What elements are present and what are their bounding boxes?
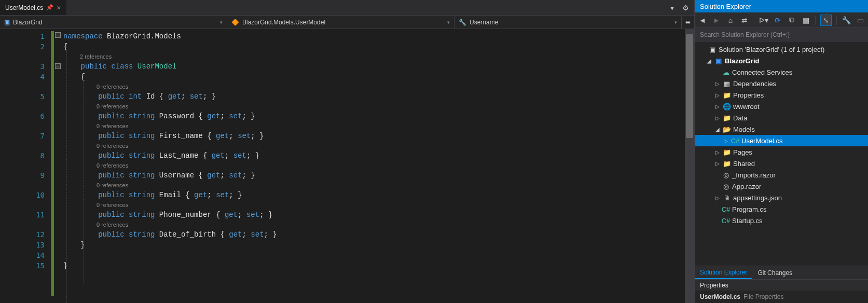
split-icon: ⬌ [685, 19, 691, 26]
nav-label: BlazorGrid.Models.UserModel [242, 19, 325, 26]
back-icon[interactable]: ◄ [698, 16, 707, 25]
tree-solution-node[interactable]: ▣Solution 'BlazorGrid' (1 of 1 project) [695, 44, 868, 55]
connected-services-icon: ☁ [722, 68, 730, 76]
sync-with-active-icon[interactable]: ⤡ [820, 15, 832, 26]
panel-footer-tabs: Solution Explorer Git Changes [695, 266, 868, 279]
csproj-icon: ▣ [4, 19, 10, 26]
chevron-right-icon[interactable]: ▷ [714, 115, 721, 121]
chevron-down-icon[interactable]: ▾ [667, 3, 677, 12]
tree-item[interactable]: ◎_Imports.razor [695, 169, 868, 181]
refresh-icon[interactable]: ⟳ [773, 16, 782, 25]
tree-item[interactable]: ▷📁Pages [695, 146, 868, 158]
gear-icon[interactable]: ⚙ [681, 3, 690, 12]
chevron-down-icon[interactable]: ▾ [674, 20, 677, 25]
switch-views-icon[interactable]: ⇄ [740, 16, 749, 25]
nav-scope-project[interactable]: ▣ BlazorGrid ▾ [0, 16, 227, 29]
tree-item[interactable]: C#Program.cs [695, 203, 868, 215]
properties-icon[interactable]: 🔧 [842, 16, 851, 25]
folder-icon: 📁 [723, 148, 731, 156]
folder-icon: 📂 [723, 126, 731, 133]
fold-toggle[interactable]: − [55, 32, 61, 38]
nav-scope-member[interactable]: 🔧 Username ▾ [454, 16, 682, 29]
codelens-references[interactable]: 0 references [63, 102, 685, 111]
chevron-right-icon[interactable]: ▷ [714, 81, 721, 87]
chevron-down-icon[interactable]: ▾ [447, 20, 450, 25]
show-all-files-icon[interactable]: ▤ [801, 16, 810, 25]
nav-label: Username [470, 19, 498, 26]
tree-item[interactable]: ◎App.razor [695, 181, 868, 192]
chevron-right-icon[interactable]: ▷ [714, 149, 721, 155]
tree-project-node[interactable]: ◢▣BlazorGrid [695, 55, 868, 66]
csharp-file-icon: C# [731, 137, 739, 145]
folder-icon: 📁 [723, 91, 731, 99]
codelens-references[interactable]: 2 references [63, 52, 685, 61]
chevron-right-icon[interactable]: ▷ [714, 92, 721, 98]
navigation-bar: ▣ BlazorGrid ▾ 🔶 BlazorGrid.Models.UserM… [0, 16, 694, 29]
chevron-right-icon[interactable]: ▷ [714, 195, 721, 201]
tree-item[interactable]: ▷▦Dependencies [695, 78, 868, 89]
class-icon: 🔶 [231, 19, 239, 26]
json-file-icon: 🗎 [723, 194, 731, 202]
tab-solution-explorer[interactable]: Solution Explorer [695, 266, 752, 279]
dependencies-icon: ▦ [723, 80, 731, 88]
chevron-right-icon[interactable]: ▷ [714, 161, 721, 167]
csproj-icon: ▣ [714, 57, 723, 65]
codelens-references[interactable]: 0 references [63, 181, 685, 190]
razor-file-icon: ◎ [722, 183, 730, 190]
solution-explorer-toolbar: ◄ ► ⌂ ⇄ ᐅ▾ ⟳ ⧉ ▤ ⤡ 🔧 ▭ [695, 12, 868, 28]
globe-icon: 🌐 [723, 103, 731, 111]
tab-usermodel[interactable]: UserModel.cs 📌 × [0, 0, 66, 15]
chevron-down-icon[interactable]: ◢ [706, 58, 712, 64]
preview-icon[interactable]: ▭ [856, 16, 865, 25]
wrench-icon: 🔧 [459, 19, 466, 26]
tree-item[interactable]: ▷📁Properties [695, 89, 868, 101]
tree-item[interactable]: ▷📁Shared [695, 158, 868, 169]
document-tab-bar: UserModel.cs 📌 × ▾ ⚙ [0, 0, 694, 16]
tab-git-changes[interactable]: Git Changes [752, 266, 797, 279]
tree-item-selected[interactable]: ▷C#UserModel.cs [695, 135, 868, 146]
csharp-file-icon: C# [722, 217, 730, 225]
panel-title: Solution Explorer [695, 0, 868, 12]
search-input[interactable]: Search Solution Explorer (Ctrl+;) [695, 28, 868, 42]
tree-item[interactable]: ▷🌐wwwroot [695, 101, 868, 112]
chevron-right-icon[interactable]: ▷ [714, 104, 721, 109]
codelens-references[interactable]: 0 references [63, 141, 685, 150]
codelens-references[interactable]: 0 references [63, 82, 685, 91]
nav-split-button[interactable]: ⬌ [682, 16, 694, 29]
codelens-references[interactable]: 0 references [63, 121, 685, 131]
chevron-right-icon[interactable]: ▷ [723, 138, 729, 144]
scrollbar-thumb[interactable] [686, 34, 693, 138]
editor-region: UserModel.cs 📌 × ▾ ⚙ ▣ BlazorGrid ▾ 🔶 Bl… [0, 0, 694, 303]
codelens-references[interactable]: 0 references [63, 161, 685, 170]
solution-explorer-panel: Solution Explorer ◄ ► ⌂ ⇄ ᐅ▾ ⟳ ⧉ ▤ ⤡ 🔧 ▭… [694, 0, 868, 303]
vertical-scrollbar[interactable] [685, 29, 694, 303]
filter-icon[interactable]: ᐅ▾ [759, 16, 768, 25]
home-icon[interactable]: ⌂ [726, 16, 735, 25]
line-number-gutter: 1 2 3 4 5 6 7 8 9 10 11 12 13 14 15 [0, 29, 51, 303]
folder-icon: 📁 [723, 160, 731, 168]
codelens-references[interactable]: 0 references [63, 220, 685, 229]
tree-item[interactable]: ▷🗎appsettings.json [695, 192, 868, 203]
chevron-down-icon[interactable]: ◢ [714, 127, 721, 132]
code-content[interactable]: − − namespace BlazorGrid.Models { 2 refe… [51, 29, 685, 303]
nav-scope-class[interactable]: 🔶 BlazorGrid.Models.UserModel ▾ [227, 16, 454, 29]
tree-item[interactable]: C#Startup.cs [695, 215, 868, 226]
pin-icon[interactable]: 📌 [46, 4, 53, 11]
code-editor[interactable]: 1 2 3 4 5 6 7 8 9 10 11 12 13 14 15 [0, 29, 694, 303]
forward-icon[interactable]: ► [712, 16, 721, 25]
chevron-down-icon[interactable]: ▾ [220, 20, 223, 25]
tree-item[interactable]: ◢📂Models [695, 123, 868, 135]
solution-icon: ▣ [708, 46, 717, 53]
fold-toggle[interactable]: − [55, 63, 61, 69]
properties-item: UserModel.csFile Properties [695, 291, 868, 303]
solution-tree: ▣Solution 'BlazorGrid' (1 of 1 project) … [695, 42, 868, 266]
collapse-all-icon[interactable]: ⧉ [787, 16, 796, 25]
razor-file-icon: ◎ [722, 171, 730, 179]
tab-label: UserModel.cs [5, 4, 43, 11]
csharp-file-icon: C# [722, 205, 730, 213]
tree-item[interactable]: ☁Connected Services [695, 66, 868, 78]
tree-item[interactable]: ▷📁Data [695, 112, 868, 123]
close-icon[interactable]: × [57, 4, 61, 12]
nav-label: BlazorGrid [13, 19, 43, 26]
codelens-references[interactable]: 0 references [63, 200, 685, 210]
